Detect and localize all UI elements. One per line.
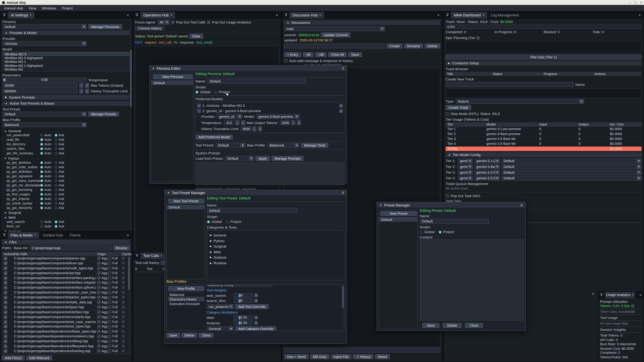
model-list-item[interactable]: MiniMax-M2.1 — [3, 60, 129, 64]
ask-radio[interactable] — [54, 179, 57, 182]
max-tokens-decrement[interactable]: - — [79, 83, 83, 88]
multiplier-slider[interactable]: 1.5x — [234, 315, 252, 320]
add-category-override-button[interactable]: Add Category Override — [235, 326, 276, 330]
to-history-button[interactable]: -> History — [353, 354, 374, 359]
focus-agent-dropdown[interactable]: All▼ — [157, 20, 170, 25]
bias-profile-item[interactable]: Balanced — [168, 292, 204, 297]
tab-ai-settings[interactable]: AI Settings× — [8, 12, 34, 18]
remove-file-button[interactable]: x — [4, 296, 8, 299]
new-profile-button[interactable]: New Profile — [168, 286, 204, 291]
preset-content-textarea[interactable] — [420, 239, 524, 321]
ask-radio[interactable] — [54, 193, 57, 196]
remove-file-button[interactable]: x — [4, 305, 8, 309]
full-checkbox[interactable]: ✓ — [108, 350, 112, 353]
max-output-decrement[interactable]: - — [291, 120, 295, 125]
close-floating-icon[interactable]: × — [592, 292, 594, 296]
pop-out-tool-calls-checkbox[interactable]: ✓ — [172, 20, 175, 24]
remove-model-button[interactable]: x — [339, 104, 343, 107]
discussion-name-input[interactable] — [284, 43, 385, 48]
tool-group-header[interactable]: ▼ Analysis — [4, 229, 130, 231]
tab-discussion-hub[interactable]: Discussion Hub× — [290, 12, 324, 18]
remove-model-button[interactable]: x — [339, 109, 343, 113]
full-checkbox[interactable]: ✓ — [108, 286, 112, 289]
remove-file-button[interactable]: x — [4, 315, 8, 319]
remove-multiplier-button[interactable]: x — [254, 316, 258, 319]
agg-checkbox[interactable]: ✓ — [97, 281, 100, 284]
close-panel-icon[interactable]: × — [125, 13, 130, 17]
apply-button[interactable]: Apply — [256, 156, 270, 161]
scope-project-radio[interactable] — [226, 220, 229, 223]
remove-file-button[interactable]: x — [4, 256, 8, 260]
tool-preset-dropdown[interactable]: Default▼ — [2, 112, 87, 116]
full-checkbox[interactable]: ✓ — [108, 291, 112, 294]
persona-list-item[interactable]: Default — [152, 80, 193, 85]
ask-radio[interactable] — [54, 202, 57, 205]
tier-provider-dropdown[interactable]: gemini▼ — [458, 164, 473, 169]
history-limit-input[interactable]: 900000 — [2, 89, 78, 93]
tab-log-management[interactable]: Log Management — [488, 12, 522, 18]
conductor-setup-header[interactable]: ▶ Conductor Setup — [446, 61, 642, 65]
scope-project-radio[interactable] — [214, 90, 217, 93]
remove-file-button[interactable]: x — [4, 261, 8, 265]
hist-decrement[interactable]: - — [252, 126, 256, 131]
ask-radio[interactable] — [54, 188, 57, 191]
tier-persona-dropdown[interactable]: Default▼ — [502, 164, 642, 169]
model-list-item[interactable]: MiniMax-M2.5 — [3, 52, 129, 56]
remove-file-button[interactable]: x — [4, 345, 8, 348]
dock-icon[interactable]: ▼ — [136, 13, 138, 17]
scrollbar-track[interactable] — [130, 19, 132, 232]
scope-global-radio[interactable] — [196, 90, 198, 93]
slider-thumb[interactable] — [239, 299, 241, 303]
max-output-increment[interactable]: + — [297, 120, 301, 125]
close-window-icon[interactable]: × — [640, 1, 642, 4]
remove-multiplier-button[interactable]: x — [254, 321, 258, 325]
collapse-all-button[interactable]: -All — [302, 52, 313, 57]
slider-thumb[interactable] — [239, 322, 241, 325]
clear-all-button[interactable]: Clear All — [328, 52, 347, 57]
remove-file-button[interactable]: x — [4, 335, 8, 338]
pop-out-task-dag-checkbox[interactable]: ✓ — [446, 194, 449, 197]
slider-thumb[interactable] — [239, 294, 241, 297]
agg-checkbox[interactable]: ✓ — [97, 301, 100, 304]
save-tool-preset-button[interactable]: Save — [166, 333, 180, 338]
menu-project[interactable]: Project — [62, 6, 73, 10]
hist-increment[interactable]: + — [258, 126, 262, 131]
minimize-icon[interactable]: – — [629, 1, 630, 4]
pop-out-usage-checkbox[interactable]: ✓ — [207, 20, 210, 24]
paths-label[interactable]: Paths — [2, 246, 11, 250]
manage-presets-button[interactable]: Manage Presets — [88, 112, 119, 116]
auto-radio[interactable] — [40, 138, 43, 141]
remove-file-button[interactable]: x — [4, 339, 8, 343]
agg-checkbox[interactable]: ✓ — [97, 257, 100, 260]
clear-status-button[interactable]: Clear — [189, 34, 203, 38]
scrollbar-thumb[interactable] — [342, 286, 344, 308]
profile-name-input[interactable]: Discovery-Heavy — [206, 285, 272, 287]
tier-persona-dropdown[interactable]: Default▼ — [502, 170, 642, 175]
new-preset-button[interactable]: New Preset — [380, 211, 417, 216]
agg-checkbox[interactable]: ✓ — [97, 291, 100, 294]
close-panel-icon[interactable]: × — [274, 13, 280, 17]
md-only-button[interactable]: MD Only — [310, 354, 329, 359]
remove-file-button[interactable]: x — [4, 291, 8, 294]
move-down-button[interactable]: - — [197, 109, 201, 113]
max-tokens-input[interactable]: 32000 — [2, 83, 78, 88]
dock-icon[interactable]: ▼ — [136, 254, 138, 257]
ask-radio[interactable] — [54, 225, 57, 228]
pe-tool-preset-dropdown[interactable]: Default▼ — [216, 143, 245, 148]
agg-checkbox[interactable]: ✓ — [97, 350, 100, 353]
auto-radio[interactable] — [40, 134, 43, 137]
auto-radio[interactable] — [40, 147, 43, 150]
delete-preset-button[interactable]: Delete — [443, 323, 462, 328]
tool-preset-manager-titlebar[interactable]: ▼ Tool Preset Manager X — [165, 190, 347, 195]
auto-radio[interactable] — [40, 202, 43, 205]
category-override-dropdown[interactable]: General▼ — [206, 326, 234, 330]
manage-tools-button[interactable]: Manage Tools — [301, 143, 328, 148]
tab-files-media[interactable]: Files & Media× — [8, 232, 39, 238]
pref-hist-input[interactable]: 900000 — [241, 126, 251, 131]
remove-file-button[interactable]: x — [4, 276, 8, 280]
agg-checkbox[interactable]: ✓ — [97, 271, 100, 275]
bias-profile-item[interactable]: Discovery-Heavy — [168, 297, 204, 301]
full-checkbox[interactable]: ✓ — [108, 315, 112, 319]
provider-model-header[interactable]: ▼ Provider & Model — [2, 30, 130, 35]
agg-checkbox[interactable]: ✓ — [97, 310, 100, 314]
